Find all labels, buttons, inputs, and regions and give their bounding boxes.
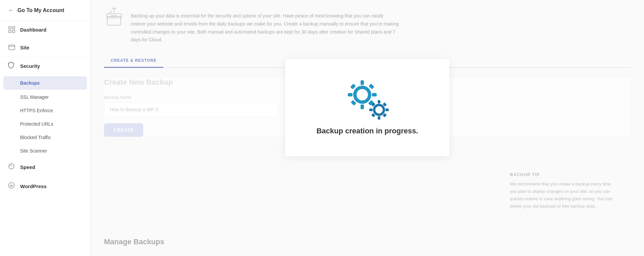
back-arrow-icon: ← [8, 7, 14, 14]
manage-section-title: Manage Backups [104, 238, 631, 246]
sidebar-item-speed[interactable]: Speed [0, 158, 90, 177]
tab-create-restore[interactable]: CREATE & RESTORE [104, 54, 163, 68]
svg-rect-21 [378, 100, 380, 103]
wordpress-icon: W [8, 182, 15, 190]
sidebar-sub-item-ssl-manager[interactable]: SSL Manager [0, 90, 90, 104]
site-icon [8, 44, 15, 51]
security-label: Security [20, 63, 40, 69]
sidebar-sub-item-https-enforce[interactable]: HTTPS Enforce [0, 104, 90, 117]
intro-text: Backing up your data is essential for th… [131, 5, 399, 47]
blocked-traffic-label: Blocked Traffic [20, 135, 51, 140]
main-content: Backing up your data is essential for th… [91, 0, 644, 256]
backup-tip-text: We recommend that you create a backup ev… [510, 180, 617, 210]
svg-rect-14 [361, 104, 364, 109]
protected-urls-label: Protected URLs [20, 121, 53, 127]
sidebar-item-dashboard[interactable]: Dashboard [0, 21, 90, 39]
dashboard-icon [8, 26, 15, 33]
dashboard-label: Dashboard [20, 27, 46, 33]
go-to-account-label: Go To My Account [17, 7, 64, 13]
backup-tip: BACKUP TIP We recommend that you create … [510, 172, 617, 210]
sidebar-sub-item-backups[interactable]: Backups [3, 76, 87, 90]
svg-rect-18 [369, 84, 374, 89]
svg-rect-2 [9, 30, 11, 33]
svg-text:W: W [10, 184, 13, 187]
sidebar-item-site[interactable]: Site [0, 39, 90, 56]
sidebar-sub-item-site-scanner[interactable]: Site Scanner [0, 144, 90, 158]
modal-overlay: Backup creation in progress. [104, 78, 631, 137]
modal-message: Backup creation in progress. [316, 127, 418, 135]
sidebar-item-wordpress[interactable]: W WordPress [0, 177, 90, 196]
sidebar-sub-item-protected-urls[interactable]: Protected URLs [0, 117, 90, 131]
sidebar-item-security[interactable]: Security [0, 56, 90, 76]
site-scanner-label: Site Scanner [20, 148, 47, 154]
svg-rect-15 [348, 93, 353, 96]
svg-rect-3 [12, 30, 15, 33]
go-to-account-link[interactable]: ← Go To My Account [0, 0, 90, 21]
security-icon [8, 62, 15, 70]
ssl-manager-label: SSL Manager [20, 94, 49, 100]
svg-rect-24 [385, 109, 389, 111]
svg-rect-16 [372, 93, 377, 96]
svg-rect-1 [12, 27, 15, 29]
backups-label: Backups [20, 80, 40, 86]
sidebar-sub-item-blocked-traffic[interactable]: Blocked Traffic [0, 131, 90, 144]
gears-icon [345, 80, 389, 120]
modal-box: Backup creation in progress. [285, 59, 449, 156]
svg-rect-23 [369, 109, 373, 111]
backup-box-icon [104, 7, 124, 31]
wordpress-label: WordPress [20, 183, 47, 189]
svg-rect-22 [378, 116, 380, 120]
speed-label: Speed [20, 164, 35, 170]
svg-rect-17 [350, 84, 356, 89]
backup-tip-title: BACKUP TIP [510, 172, 617, 177]
svg-rect-0 [9, 27, 11, 29]
https-enforce-label: HTTPS Enforce [20, 108, 53, 113]
site-label: Site [20, 45, 30, 50]
svg-rect-4 [9, 45, 15, 50]
svg-rect-13 [361, 80, 364, 85]
small-gear-icon [369, 100, 389, 120]
sidebar: ← Go To My Account Dashboard Site Securi… [0, 0, 91, 256]
speed-icon [8, 163, 15, 171]
